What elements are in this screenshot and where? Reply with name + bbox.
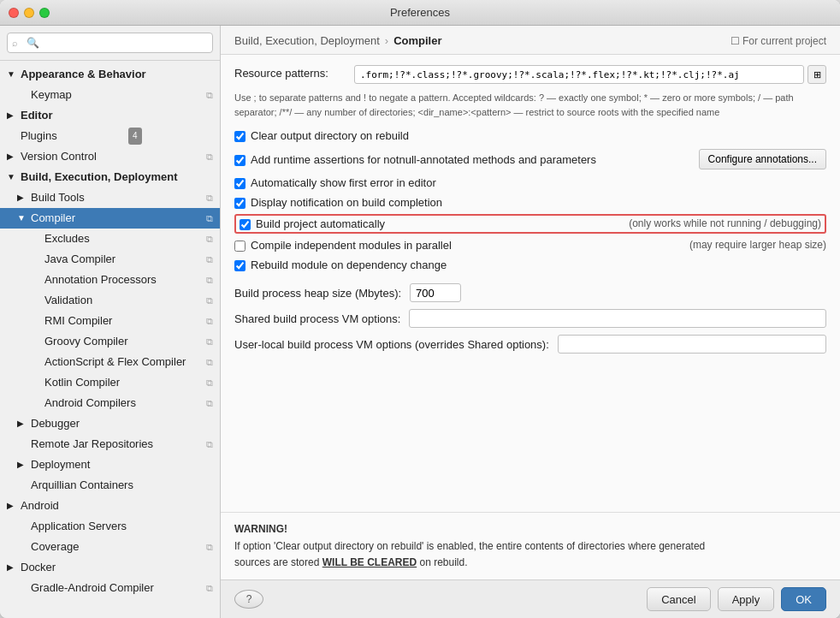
expand-arrow: ▶	[7, 497, 19, 514]
sidebar-item-label: Arquillian Containers	[31, 477, 133, 494]
sidebar-item-label: RMI Compiler	[44, 312, 112, 330]
cancel-button[interactable]: Cancel	[647, 587, 710, 611]
expand-arrow: ▶	[17, 415, 29, 432]
ok-button[interactable]: OK	[781, 587, 826, 611]
sidebar-item-android-compilers[interactable]: Android Compilers ⧉	[0, 393, 220, 413]
sidebar-list: ▼ Appearance & Behavior Keymap ⧉ ▶ Edito…	[0, 61, 220, 618]
breadcrumb-parent[interactable]: Build, Execution, Deployment	[234, 34, 380, 47]
sidebar-item-label: Editor	[21, 107, 53, 124]
expand-arrow: ▼	[7, 66, 19, 83]
titlebar-buttons	[9, 8, 50, 18]
sidebar-item-validation[interactable]: Validation ⧉	[0, 290, 220, 311]
titlebar: Preferences	[0, 0, 840, 26]
field-label-heap-size: Build process heap size (Mbytes):	[234, 287, 401, 300]
sidebar-item-label: Version Control	[21, 148, 97, 165]
sidebar-item-rmi-compiler[interactable]: RMI Compiler ⧉	[0, 311, 220, 331]
copy-icon: ⧉	[206, 292, 213, 309]
copy-icon: ⧉	[206, 251, 213, 268]
sidebar-item-coverage[interactable]: Coverage ⧉	[0, 537, 220, 557]
field-input-shared-vm[interactable]	[409, 309, 826, 328]
sidebar-item-label: Keymap	[31, 86, 72, 104]
sidebar-item-label: Remote Jar Repositories	[31, 436, 153, 453]
sidebar-item-label: Groovy Compiler	[44, 333, 128, 350]
sidebar-item-label: Coverage	[31, 538, 79, 556]
sidebar-item-version-control[interactable]: ▶ Version Control ⧉	[0, 146, 220, 167]
checkbox-row-build-auto: Build project automatically (only works …	[234, 214, 826, 234]
sidebar-item-label: Gradle-Android Compiler	[31, 579, 154, 597]
configure-annotations-button[interactable]: Configure annotations...	[699, 149, 826, 169]
resource-patterns-label: Resource patterns:	[234, 65, 354, 80]
sidebar-item-arquillian-containers[interactable]: Arquillian Containers	[0, 475, 220, 496]
sidebar-item-docker[interactable]: ▶ Docker	[0, 557, 220, 578]
sidebar-item-remote-jar-repositories[interactable]: Remote Jar Repositories ⧉	[0, 434, 220, 455]
checkbox-display-notification[interactable]	[234, 198, 245, 209]
apply-button[interactable]: Apply	[718, 587, 775, 611]
sidebar-item-actionscript-flex-compiler[interactable]: ActionScript & Flex Compiler ⧉	[0, 352, 220, 372]
sidebar-item-android[interactable]: ▶ Android	[0, 496, 220, 516]
sidebar-item-debugger[interactable]: ▶ Debugger	[0, 413, 220, 434]
breadcrumb-right-link[interactable]: ☐ For current project	[731, 35, 826, 47]
field-input-user-local-vm[interactable]	[558, 335, 826, 354]
sidebar-item-plugins[interactable]: Plugins 4	[0, 126, 220, 146]
checkbox-row-compile-parallel: Compile independent modules in parallel …	[234, 237, 826, 253]
expand-arrow: ▶	[7, 107, 19, 124]
checkbox-compile-parallel[interactable]	[234, 241, 245, 252]
preferences-window: Preferences ⌕ ▼ Appearance & Behavior Ke…	[0, 0, 840, 618]
resource-input-wrap: ⊞	[354, 65, 826, 84]
expand-button[interactable]: ⊞	[807, 65, 826, 84]
content-area: ⌕ ▼ Appearance & Behavior Keymap ⧉ ▶	[0, 26, 840, 618]
field-input-heap-size[interactable]	[410, 283, 461, 302]
close-button[interactable]	[9, 8, 19, 18]
sidebar-item-deployment[interactable]: ▶ Deployment	[0, 455, 220, 475]
sidebar-item-label: Android Compilers	[44, 395, 136, 412]
sidebar-item-java-compiler[interactable]: Java Compiler ⧉	[0, 249, 220, 270]
copy-icon: ⧉	[206, 354, 213, 371]
sidebar-item-label: Java Compiler	[44, 251, 115, 268]
checkbox-rebuild-module[interactable]	[234, 260, 245, 271]
search-icon: ⌕	[12, 38, 18, 48]
checkbox-row-display-notification: Display notification on build completion	[234, 194, 826, 211]
resource-patterns-row: Resource patterns: ⊞	[234, 65, 826, 84]
field-row-user-local-vm: User-local build process VM options (ove…	[234, 335, 826, 354]
sidebar-item-application-servers[interactable]: Application Servers	[0, 516, 220, 537]
copy-icon: ⧉	[206, 579, 213, 597]
sidebar-item-groovy-compiler[interactable]: Groovy Compiler ⧉	[0, 331, 220, 352]
maximize-button[interactable]	[39, 8, 50, 18]
warning-title: WARNING!	[234, 523, 287, 535]
sidebar-item-label: Deployment	[31, 456, 90, 473]
sidebar-item-build-tools[interactable]: ▶ Build Tools ⧉	[0, 187, 220, 208]
checkbox-label-runtime-assertions: Add runtime assertions for notnull-annot…	[251, 153, 690, 166]
sidebar-item-gradle-android-compiler[interactable]: Gradle-Android Compiler ⧉	[0, 578, 220, 598]
checkbox-label-clear-output: Clear output directory on rebuild	[251, 129, 826, 142]
sidebar-item-label: Android	[21, 497, 59, 514]
expand-arrow: ▶	[7, 148, 19, 165]
checkbox-runtime-assertions[interactable]	[234, 155, 245, 166]
checkbox-clear-output[interactable]	[234, 131, 245, 142]
sidebar-item-label: Application Servers	[31, 518, 127, 535]
sidebar-item-annotation-processors[interactable]: Annotation Processors ⧉	[0, 270, 220, 290]
resource-patterns-input[interactable]	[354, 65, 804, 84]
checkbox-row-show-first-error: Automatically show first error in editor	[234, 175, 826, 191]
expand-arrow: ▼	[17, 210, 29, 227]
sidebar-item-keymap[interactable]: Keymap ⧉	[0, 85, 220, 105]
search-bar: ⌕	[0, 26, 220, 61]
sidebar-item-label: Docker	[21, 559, 56, 576]
checkbox-build-auto[interactable]	[240, 219, 251, 230]
sidebar-item-appearance-behavior[interactable]: ▼ Appearance & Behavior	[0, 64, 220, 85]
checkbox-show-first-error[interactable]	[234, 178, 245, 189]
copy-icon: ⧉	[206, 210, 213, 227]
sidebar-item-kotlin-compiler[interactable]: Kotlin Compiler ⧉	[0, 372, 220, 393]
sidebar-item-label: Compiler	[31, 210, 75, 227]
checkbox-label-build-auto: Build project automatically	[256, 217, 615, 230]
help-button[interactable]: ?	[234, 590, 263, 609]
main-content: Build, Execution, Deployment › Compiler …	[221, 26, 840, 618]
search-input[interactable]	[7, 33, 213, 53]
sidebar-item-build-execution-deployment[interactable]: ▼ Build, Execution, Deployment	[0, 167, 220, 187]
minimize-button[interactable]	[24, 8, 34, 18]
sidebar-item-editor[interactable]: ▶ Editor	[0, 105, 220, 126]
sidebar-item-compiler[interactable]: ▼ Compiler ⧉	[0, 208, 220, 229]
copy-icon: ⧉	[206, 436, 213, 453]
sidebar-item-label: ActionScript & Flex Compiler	[44, 354, 186, 371]
info-text: Use ; to separate patterns and ! to nega…	[234, 91, 826, 119]
sidebar-item-excludes[interactable]: Excludes ⧉	[0, 229, 220, 249]
